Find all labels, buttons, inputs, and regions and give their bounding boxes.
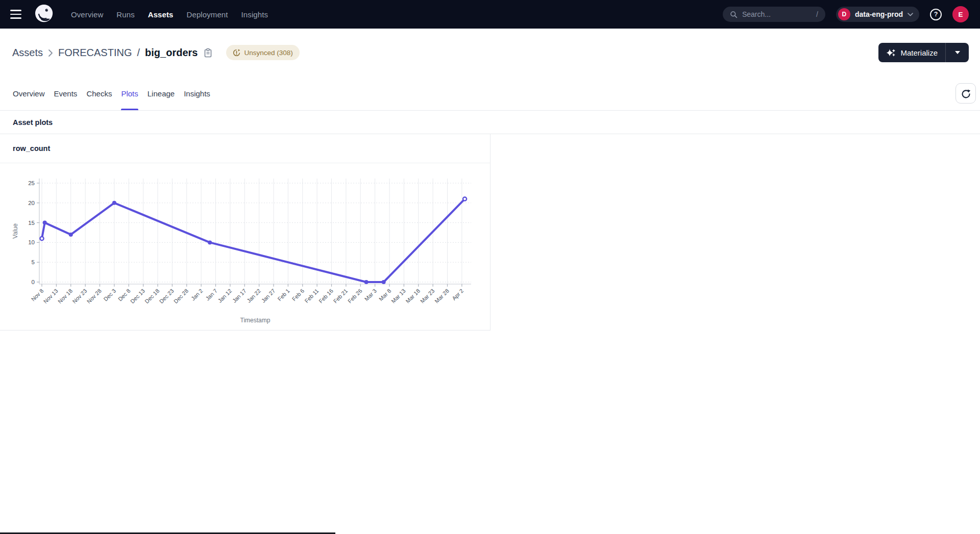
x-tick-label: Jan 27 [260, 288, 277, 304]
tab-lineage[interactable]: Lineage [148, 77, 175, 110]
x-tick-label: Dec 28 [173, 288, 189, 304]
y-tick-label: 10 [28, 239, 35, 245]
x-tick-label: Feb 1 [276, 288, 290, 302]
row-count-chart: 0510152025Nov 8Nov 13Nov 18Nov 23Nov 28D… [0, 163, 490, 330]
menu-icon[interactable] [10, 10, 22, 19]
x-tick-label: Dec 3 [102, 288, 117, 302]
x-tick-label: Jan 17 [231, 288, 248, 304]
deployment-name: data-eng-prod [855, 10, 903, 18]
materialize-label: Materialize [900, 48, 938, 57]
nav-item-insights[interactable]: Insights [241, 10, 268, 19]
refresh-icon [961, 89, 971, 98]
x-tick-label: Mar 13 [390, 288, 407, 304]
x-tick-label: Jan 12 [216, 288, 233, 304]
section-title: Asset plots [13, 118, 53, 126]
refresh-button[interactable] [955, 83, 976, 104]
help-button[interactable]: ? [930, 9, 942, 20]
tab-checks[interactable]: Checks [86, 77, 112, 110]
plot-card-row-count: row_count 0510152025Nov 8Nov 13Nov 18Nov… [0, 134, 491, 330]
breadcrumb-assets-link[interactable]: Assets [12, 47, 43, 59]
caret-down-icon [955, 51, 960, 54]
search-shortcut-hint: / [816, 10, 818, 18]
data-point-marker [69, 233, 73, 237]
x-tick-label: Mar 23 [419, 288, 436, 304]
x-tick-label: Nov 23 [71, 288, 88, 304]
x-tick-label: Nov 13 [42, 288, 59, 304]
data-point-marker [463, 197, 467, 200]
x-tick-label: Mar 18 [404, 288, 421, 304]
tab-insights[interactable]: Insights [184, 77, 210, 110]
data-point-marker [382, 280, 386, 284]
unsynced-label: Unsynced (308) [244, 49, 292, 57]
breadcrumb: Assets FORECASTING / big_orders [12, 45, 300, 60]
asset-tabs: OverviewEventsChecksPlotsLineageInsights [13, 77, 210, 110]
search-placeholder: Search... [742, 10, 812, 18]
section-header: Asset plots [0, 111, 980, 134]
nav-right: Search... / D data-eng-prod ? E [723, 6, 980, 22]
x-tick-label: Jan 22 [246, 288, 262, 304]
breadcrumb-group-link[interactable]: FORECASTING [58, 47, 132, 59]
x-tick-label: Feb 21 [332, 288, 349, 304]
plot-card-header: row_count [0, 134, 490, 163]
y-tick-label: 0 [32, 279, 35, 285]
nav-item-deployment[interactable]: Deployment [187, 10, 228, 19]
asset-header-row: Assets FORECASTING / big_orders [0, 29, 980, 77]
octopus-logo-icon [35, 4, 55, 26]
clipboard-icon [204, 48, 212, 58]
tab-plots[interactable]: Plots [121, 77, 138, 110]
data-point-marker [43, 221, 47, 225]
x-tick-label: Apr 2 [451, 288, 464, 301]
plot-title: row_count [13, 144, 50, 152]
y-tick-label: 15 [28, 220, 35, 226]
breadcrumb-chevron-icon [48, 49, 53, 57]
nav-item-assets[interactable]: Assets [148, 10, 174, 19]
y-tick-label: 20 [28, 200, 35, 206]
asset-tabs-row: OverviewEventsChecksPlotsLineageInsights [0, 77, 980, 111]
search-icon [730, 11, 738, 18]
top-nav: OverviewRunsAssetsDeploymentInsights Sea… [0, 0, 980, 29]
y-tick-label: 25 [28, 180, 35, 186]
copy-asset-name-button[interactable] [204, 48, 212, 58]
materialize-button[interactable]: Materialize [878, 43, 945, 62]
unsynced-status-badge[interactable]: Unsynced (308) [226, 45, 299, 60]
x-tick-label: Jan 2 [190, 288, 204, 302]
help-glyph: ? [934, 11, 938, 18]
x-tick-label: Dec 18 [143, 288, 160, 304]
materialize-options-button[interactable] [945, 43, 969, 62]
x-tick-label: Nov 18 [57, 288, 74, 304]
x-axis-title: Timestamp [240, 317, 271, 324]
x-tick-label: Dec 13 [129, 288, 146, 304]
data-point-marker [364, 280, 369, 284]
chevron-down-icon [908, 13, 913, 16]
nav-links: OverviewRunsAssetsDeploymentInsights [71, 10, 268, 19]
x-tick-label: Feb 26 [347, 288, 363, 304]
x-tick-label: Feb 16 [317, 288, 334, 304]
app-logo[interactable] [35, 4, 55, 25]
data-point-marker [40, 237, 43, 240]
y-tick-label: 5 [32, 259, 35, 265]
y-axis-title: Value [12, 223, 19, 239]
x-tick-label: Nov 28 [86, 288, 103, 304]
x-tick-label: Feb 11 [303, 288, 320, 304]
deployment-avatar: D [838, 8, 850, 20]
tab-events[interactable]: Events [54, 77, 78, 110]
data-point-marker [208, 240, 212, 244]
tab-overview[interactable]: Overview [13, 77, 45, 110]
chart-line [42, 199, 465, 282]
sparkle-icon [886, 48, 896, 58]
asset-name: big_orders [145, 47, 198, 59]
sync-alert-icon [233, 49, 240, 57]
deployment-switcher[interactable]: D data-eng-prod [836, 7, 919, 22]
breadcrumb-separator: / [137, 47, 140, 59]
x-tick-label: Mar 3 [363, 288, 378, 302]
nav-item-runs[interactable]: Runs [116, 10, 134, 19]
user-avatar[interactable]: E [952, 6, 969, 22]
x-tick-label: Dec 23 [158, 288, 175, 304]
x-tick-label: Mar 28 [433, 288, 450, 304]
nav-left: OverviewRunsAssetsDeploymentInsights [0, 4, 268, 25]
nav-item-overview[interactable]: Overview [71, 10, 103, 19]
search-input[interactable]: Search... / [723, 7, 825, 22]
materialize-split-button: Materialize [878, 43, 969, 62]
data-point-marker [112, 201, 116, 205]
